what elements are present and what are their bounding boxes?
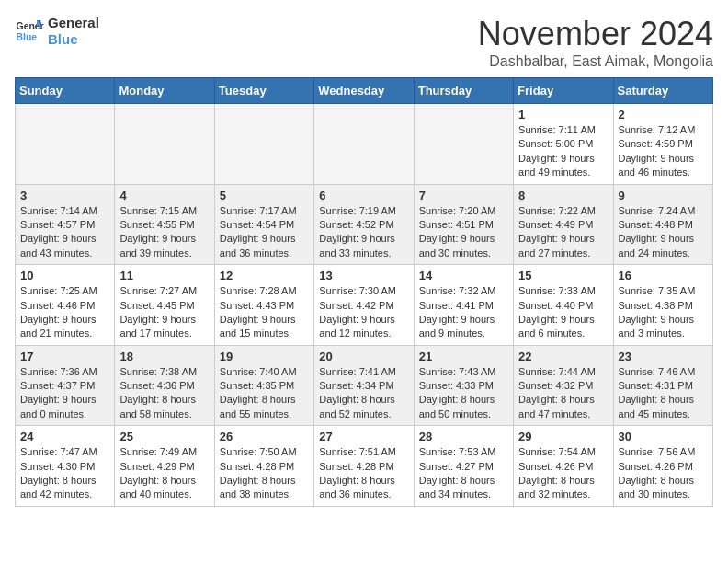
- day-info: Sunrise: 7:32 AM Sunset: 4:41 PM Dayligh…: [419, 284, 508, 341]
- day-number: 25: [119, 430, 209, 443]
- day-info: Sunrise: 7:19 AM Sunset: 4:52 PM Dayligh…: [319, 204, 408, 261]
- logo-line2: Blue: [48, 31, 99, 48]
- day-info: Sunrise: 7:12 AM Sunset: 4:59 PM Dayligh…: [619, 123, 708, 180]
- calendar-cell: 9Sunrise: 7:24 AM Sunset: 4:48 PM Daylig…: [613, 184, 712, 265]
- day-number: 11: [119, 269, 209, 282]
- day-info: Sunrise: 7:44 AM Sunset: 4:32 PM Dayligh…: [518, 365, 608, 422]
- day-number: 30: [619, 430, 708, 443]
- logo-icon: General Blue: [15, 17, 44, 46]
- day-info: Sunrise: 7:56 AM Sunset: 4:26 PM Dayligh…: [619, 445, 708, 502]
- day-number: 29: [518, 430, 608, 443]
- calendar-cell: 14Sunrise: 7:32 AM Sunset: 4:41 PM Dayli…: [414, 265, 513, 346]
- day-info: Sunrise: 7:30 AM Sunset: 4:42 PM Dayligh…: [319, 284, 408, 341]
- month-title: November 2024: [478, 15, 713, 53]
- calendar-table: SundayMondayTuesdayWednesdayThursdayFrid…: [15, 77, 713, 507]
- calendar-cell: 6Sunrise: 7:19 AM Sunset: 4:52 PM Daylig…: [314, 184, 414, 265]
- day-number: 28: [419, 430, 508, 443]
- day-number: 5: [220, 189, 309, 202]
- logo: General Blue General Blue: [15, 15, 99, 48]
- day-info: Sunrise: 7:40 AM Sunset: 4:35 PM Dayligh…: [220, 365, 309, 422]
- weekday-header: Saturday: [613, 78, 712, 104]
- calendar-cell: 20Sunrise: 7:41 AM Sunset: 4:34 PM Dayli…: [314, 345, 414, 426]
- day-number: 16: [619, 269, 708, 282]
- calendar-cell: 25Sunrise: 7:49 AM Sunset: 4:29 PM Dayli…: [115, 426, 214, 507]
- calendar-cell: [115, 104, 214, 185]
- day-number: 24: [20, 430, 109, 443]
- day-number: 9: [619, 189, 708, 202]
- day-number: 7: [419, 189, 508, 202]
- location-title: Dashbalbar, East Aimak, Mongolia: [478, 53, 713, 70]
- calendar-cell: 8Sunrise: 7:22 AM Sunset: 4:49 PM Daylig…: [514, 184, 613, 265]
- day-number: 1: [518, 108, 608, 121]
- weekday-header: Wednesday: [314, 78, 414, 104]
- day-number: 13: [319, 269, 408, 282]
- day-info: Sunrise: 7:22 AM Sunset: 4:49 PM Dayligh…: [518, 204, 608, 261]
- calendar-week-row: 17Sunrise: 7:36 AM Sunset: 4:37 PM Dayli…: [16, 345, 713, 426]
- calendar-cell: [314, 104, 414, 185]
- day-number: 12: [220, 269, 309, 282]
- day-number: 8: [518, 189, 608, 202]
- calendar-cell: [414, 104, 513, 185]
- calendar-cell: 29Sunrise: 7:54 AM Sunset: 4:26 PM Dayli…: [514, 426, 613, 507]
- day-info: Sunrise: 7:28 AM Sunset: 4:43 PM Dayligh…: [220, 284, 309, 341]
- day-info: Sunrise: 7:20 AM Sunset: 4:51 PM Dayligh…: [419, 204, 508, 261]
- day-info: Sunrise: 7:14 AM Sunset: 4:57 PM Dayligh…: [20, 204, 109, 261]
- day-number: 26: [220, 430, 309, 443]
- calendar-cell: 13Sunrise: 7:30 AM Sunset: 4:42 PM Dayli…: [314, 265, 414, 346]
- calendar-cell: 28Sunrise: 7:53 AM Sunset: 4:27 PM Dayli…: [414, 426, 513, 507]
- weekday-header: Tuesday: [214, 78, 313, 104]
- calendar-cell: 5Sunrise: 7:17 AM Sunset: 4:54 PM Daylig…: [214, 184, 313, 265]
- day-info: Sunrise: 7:15 AM Sunset: 4:55 PM Dayligh…: [119, 204, 209, 261]
- calendar-cell: 23Sunrise: 7:46 AM Sunset: 4:31 PM Dayli…: [613, 345, 712, 426]
- calendar-cell: [214, 104, 313, 185]
- weekday-header: Sunday: [16, 78, 115, 104]
- logo-line1: General: [48, 15, 99, 31]
- calendar-cell: 3Sunrise: 7:14 AM Sunset: 4:57 PM Daylig…: [16, 184, 115, 265]
- day-info: Sunrise: 7:17 AM Sunset: 4:54 PM Dayligh…: [220, 204, 309, 261]
- calendar-cell: 19Sunrise: 7:40 AM Sunset: 4:35 PM Dayli…: [214, 345, 313, 426]
- weekday-header: Monday: [115, 78, 214, 104]
- day-number: 10: [20, 269, 109, 282]
- day-number: 19: [220, 350, 309, 363]
- calendar-week-row: 1Sunrise: 7:11 AM Sunset: 5:00 PM Daylig…: [16, 104, 713, 185]
- day-info: Sunrise: 7:24 AM Sunset: 4:48 PM Dayligh…: [619, 204, 708, 261]
- calendar-cell: 18Sunrise: 7:38 AM Sunset: 4:36 PM Dayli…: [115, 345, 214, 426]
- calendar-week-row: 10Sunrise: 7:25 AM Sunset: 4:46 PM Dayli…: [16, 265, 713, 346]
- day-info: Sunrise: 7:36 AM Sunset: 4:37 PM Dayligh…: [20, 365, 109, 422]
- calendar-cell: 7Sunrise: 7:20 AM Sunset: 4:51 PM Daylig…: [414, 184, 513, 265]
- day-number: 3: [20, 189, 109, 202]
- calendar-week-row: 24Sunrise: 7:47 AM Sunset: 4:30 PM Dayli…: [16, 426, 713, 507]
- day-info: Sunrise: 7:50 AM Sunset: 4:28 PM Dayligh…: [220, 445, 309, 502]
- calendar-cell: 1Sunrise: 7:11 AM Sunset: 5:00 PM Daylig…: [514, 104, 613, 185]
- svg-text:Blue: Blue: [17, 32, 38, 42]
- title-area: November 2024 Dashbalbar, East Aimak, Mo…: [478, 15, 713, 70]
- day-number: 17: [20, 350, 109, 363]
- day-number: 21: [419, 350, 508, 363]
- day-number: 6: [319, 189, 408, 202]
- calendar-cell: 24Sunrise: 7:47 AM Sunset: 4:30 PM Dayli…: [16, 426, 115, 507]
- day-info: Sunrise: 7:49 AM Sunset: 4:29 PM Dayligh…: [119, 445, 209, 502]
- calendar-cell: [16, 104, 115, 185]
- weekday-header: Friday: [514, 78, 613, 104]
- weekday-header: Thursday: [414, 78, 513, 104]
- day-number: 18: [119, 350, 209, 363]
- calendar-week-row: 3Sunrise: 7:14 AM Sunset: 4:57 PM Daylig…: [16, 184, 713, 265]
- day-info: Sunrise: 7:33 AM Sunset: 4:40 PM Dayligh…: [518, 284, 608, 341]
- day-info: Sunrise: 7:27 AM Sunset: 4:45 PM Dayligh…: [119, 284, 209, 341]
- day-info: Sunrise: 7:54 AM Sunset: 4:26 PM Dayligh…: [518, 445, 608, 502]
- day-number: 22: [518, 350, 608, 363]
- calendar-cell: 21Sunrise: 7:43 AM Sunset: 4:33 PM Dayli…: [414, 345, 513, 426]
- calendar-cell: 16Sunrise: 7:35 AM Sunset: 4:38 PM Dayli…: [613, 265, 712, 346]
- calendar-cell: 4Sunrise: 7:15 AM Sunset: 4:55 PM Daylig…: [115, 184, 214, 265]
- page-header: General Blue General Blue November 2024 …: [15, 15, 713, 70]
- day-info: Sunrise: 7:25 AM Sunset: 4:46 PM Dayligh…: [20, 284, 109, 341]
- day-info: Sunrise: 7:11 AM Sunset: 5:00 PM Dayligh…: [518, 123, 608, 180]
- day-info: Sunrise: 7:38 AM Sunset: 4:36 PM Dayligh…: [119, 365, 209, 422]
- day-info: Sunrise: 7:53 AM Sunset: 4:27 PM Dayligh…: [419, 445, 508, 502]
- calendar-cell: 10Sunrise: 7:25 AM Sunset: 4:46 PM Dayli…: [16, 265, 115, 346]
- calendar-cell: 30Sunrise: 7:56 AM Sunset: 4:26 PM Dayli…: [613, 426, 712, 507]
- day-info: Sunrise: 7:46 AM Sunset: 4:31 PM Dayligh…: [619, 365, 708, 422]
- calendar-cell: 15Sunrise: 7:33 AM Sunset: 4:40 PM Dayli…: [514, 265, 613, 346]
- day-info: Sunrise: 7:47 AM Sunset: 4:30 PM Dayligh…: [20, 445, 109, 502]
- day-number: 23: [619, 350, 708, 363]
